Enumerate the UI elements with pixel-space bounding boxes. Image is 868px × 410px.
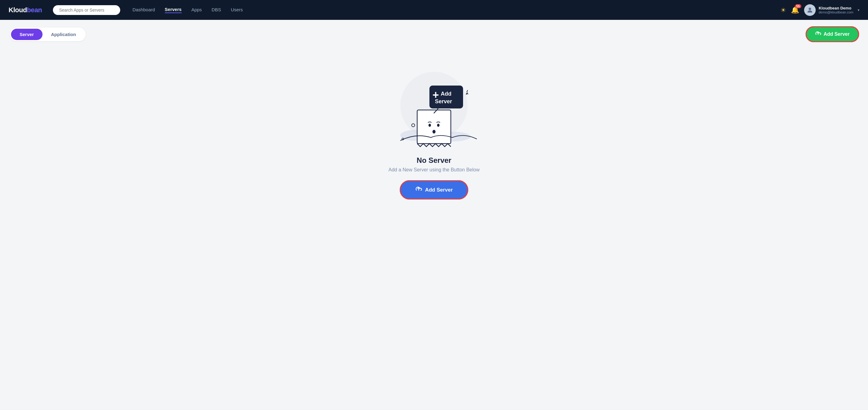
svg-text:Server: Server bbox=[435, 98, 452, 104]
theme-toggle-icon[interactable]: ☀ bbox=[780, 6, 786, 14]
no-server-illustration: + Add Server bbox=[370, 54, 498, 151]
nav-link-dashboard[interactable]: Dashboard bbox=[132, 7, 155, 13]
svg-point-0 bbox=[809, 8, 811, 10]
logo-text: Kloudbean bbox=[8, 6, 42, 14]
no-server-heading: No Server bbox=[416, 156, 451, 165]
navbar: Kloudbean Dashboard Servers Apps DBS Use… bbox=[0, 0, 868, 20]
cloud-upload-icon bbox=[815, 31, 821, 38]
user-menu[interactable]: Kloudbean Demo demo@kloudbean.com ▾ bbox=[804, 4, 860, 16]
chevron-down-icon: ▾ bbox=[858, 8, 860, 12]
avatar bbox=[804, 4, 816, 16]
svg-point-6 bbox=[437, 124, 439, 127]
nav-link-users[interactable]: Users bbox=[231, 7, 243, 13]
notification-badge: 55 bbox=[795, 4, 801, 8]
no-server-description: Add a New Server using the Button Below bbox=[389, 167, 479, 173]
page-header: Server Application Add Server bbox=[10, 27, 858, 41]
nav-links: Dashboard Servers Apps DBS Users bbox=[132, 7, 773, 13]
svg-point-7 bbox=[432, 130, 436, 134]
svg-text:Add: Add bbox=[441, 91, 452, 97]
svg-rect-4 bbox=[417, 110, 451, 144]
tab-bar: Server Application bbox=[10, 28, 86, 41]
svg-line-14 bbox=[467, 90, 468, 92]
add-server-button-center[interactable]: Add Server bbox=[401, 181, 468, 199]
svg-point-5 bbox=[429, 124, 431, 127]
add-server-button-top[interactable]: Add Server bbox=[807, 27, 858, 41]
page-content: Server Application Add Server bbox=[0, 20, 868, 224]
add-server-center-label: Add Server bbox=[425, 187, 453, 193]
user-info: Kloudbean Demo demo@kloudbean.com bbox=[819, 6, 853, 14]
cloud-upload-center-icon bbox=[415, 186, 422, 194]
nav-link-servers[interactable]: Servers bbox=[165, 7, 182, 13]
search-input[interactable] bbox=[53, 5, 120, 15]
nav-link-dbs[interactable]: DBS bbox=[212, 7, 221, 13]
nav-link-apps[interactable]: Apps bbox=[191, 7, 202, 13]
notifications-bell[interactable]: 🔔 55 bbox=[791, 6, 799, 14]
empty-state: + Add Server No Server Add a New Server … bbox=[10, 41, 858, 217]
add-server-top-label: Add Server bbox=[824, 31, 850, 37]
logo[interactable]: Kloudbean bbox=[8, 6, 42, 14]
tab-server[interactable]: Server bbox=[11, 29, 42, 40]
user-email: demo@kloudbean.com bbox=[819, 10, 853, 14]
nav-right: ☀ 🔔 55 Kloudbean Demo demo@kloudbean.com… bbox=[780, 4, 860, 16]
user-name: Kloudbean Demo bbox=[819, 6, 853, 10]
tab-application[interactable]: Application bbox=[42, 29, 85, 40]
